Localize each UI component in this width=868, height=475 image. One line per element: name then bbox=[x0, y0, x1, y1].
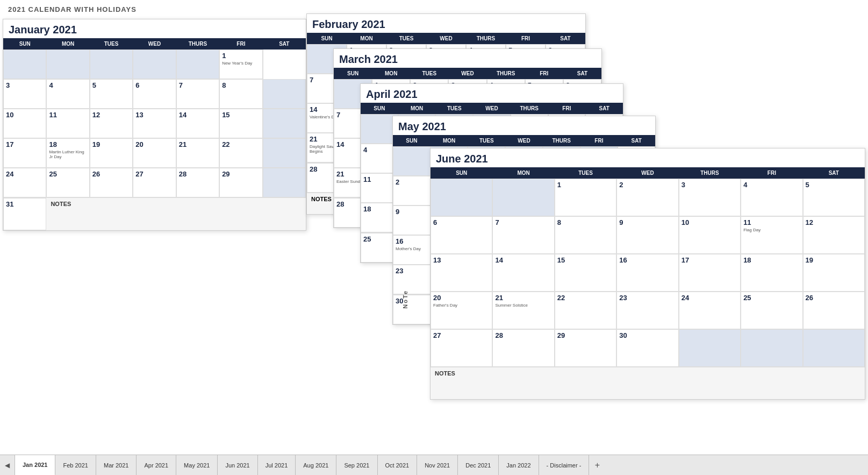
jan-cell-15: 15 bbox=[219, 109, 262, 138]
jan-cell-24: 24 bbox=[3, 168, 46, 197]
tab-may-2021[interactable]: May 2021 bbox=[176, 455, 218, 476]
tab-mar-2021[interactable]: Mar 2021 bbox=[96, 455, 137, 476]
jan-cell-sat3 bbox=[263, 109, 306, 138]
jan-cell-19: 19 bbox=[90, 138, 133, 168]
april-header: SUNMONTUESWEDTHURSFRISAT bbox=[361, 103, 623, 114]
tab-oct-2021[interactable]: Oct 2021 bbox=[378, 455, 418, 476]
jun-week4: 20Father's Day 21Summer Solstice 22 23 2… bbox=[431, 292, 865, 329]
jan-cell-empty1 bbox=[3, 49, 46, 79]
jan-cell-21: 21 bbox=[176, 138, 219, 168]
jan-cell-12: 12 bbox=[90, 109, 133, 138]
jan-h-mon: MON bbox=[46, 38, 89, 49]
page-title: 2021 CALENDAR WITH HOLIDAYS bbox=[8, 5, 137, 13]
jan-cell-sat1 bbox=[263, 49, 263, 79]
jan-cell-13: 13 bbox=[133, 109, 176, 138]
tab-bar: ◀ Jan 2021 Feb 2021 Mar 2021 Apr 2021 Ma… bbox=[0, 455, 868, 475]
tab-jun-2021[interactable]: Jun 2021 bbox=[218, 455, 257, 476]
jan-cell-sat5 bbox=[263, 168, 306, 197]
jan-week2: 3 4 5 6 7 8 bbox=[3, 79, 306, 109]
jan-h-sat: SAT bbox=[263, 38, 306, 49]
jan-cell-31: 31 bbox=[3, 198, 46, 230]
jan-h-thu: THURS bbox=[176, 38, 219, 49]
jan-cell-27: 27 bbox=[133, 168, 176, 197]
jan-cell-5: 5 bbox=[90, 79, 133, 109]
tab-sep-2021[interactable]: Sep 2021 bbox=[336, 455, 377, 476]
january-calendar: January 2021 SUN MON TUES WED THURS FRI … bbox=[3, 19, 306, 231]
jan-cell-empty4 bbox=[133, 49, 176, 79]
jan-cell-empty2 bbox=[46, 49, 89, 79]
tab-add-button[interactable]: + bbox=[589, 455, 605, 476]
jan-cell-empty5 bbox=[176, 49, 219, 79]
march-header: SUNMONTUESWEDTHURSFRISAT bbox=[334, 68, 601, 79]
tab-apr-2021[interactable]: Apr 2021 bbox=[137, 455, 176, 476]
jan-week6: 31 NOTES bbox=[3, 197, 306, 230]
jan-cell-29: 29 bbox=[219, 168, 262, 197]
jan-h-sun: SUN bbox=[3, 38, 46, 49]
jan-cell-28: 28 bbox=[176, 168, 219, 197]
jan-cell-14: 14 bbox=[176, 109, 219, 138]
tab-disclaimer[interactable]: - Disclaimer - bbox=[539, 455, 590, 476]
february-header: SUNMONTUESWEDTHURSFRISAT bbox=[307, 33, 585, 44]
tab-jul-2021[interactable]: Jul 2021 bbox=[258, 455, 296, 476]
june-header: SUNMONTUESWEDTHURSFRISAT bbox=[431, 167, 865, 179]
jan-h-tue: TUES bbox=[90, 38, 133, 49]
june-title: June 2021 bbox=[431, 148, 865, 167]
jan-cell-26: 26 bbox=[90, 168, 133, 197]
tab-scroll-left[interactable]: ◀ bbox=[0, 455, 15, 476]
june-notes: NOTES bbox=[431, 367, 865, 399]
jan-week1: 1 New Year's Day bbox=[3, 49, 306, 79]
jun-week3: 13 14 15 16 17 18 19 bbox=[431, 254, 865, 292]
notes-vertical-label: NoTe bbox=[402, 290, 408, 309]
tab-aug-2021[interactable]: Aug 2021 bbox=[296, 455, 336, 476]
january-header: SUN MON TUES WED THURS FRI SAT bbox=[3, 38, 306, 49]
jan-week3: 10 11 12 13 14 15 bbox=[3, 109, 306, 138]
april-title: April 2021 bbox=[361, 84, 623, 103]
jan-week4: 17 18Martin Luther King Jr Day 19 20 21 … bbox=[3, 138, 306, 168]
jan-cell-7: 7 bbox=[176, 79, 219, 109]
jan-h-wed: WED bbox=[133, 38, 176, 49]
jan-cell-3: 3 bbox=[3, 79, 46, 109]
june-calendar: June 2021 SUNMONTUESWEDTHURSFRISAT 1 2 3… bbox=[430, 148, 865, 400]
jan-week5: 24 25 26 27 28 29 bbox=[3, 168, 306, 197]
tab-dec-2021[interactable]: Dec 2021 bbox=[458, 455, 499, 476]
tab-jan-2021[interactable]: Jan 2021 bbox=[15, 455, 55, 476]
tab-jan-2022[interactable]: Jan 2022 bbox=[499, 455, 539, 476]
jan-cell-1: 1 New Year's Day bbox=[219, 49, 262, 79]
jan-cell-sat4 bbox=[263, 138, 306, 168]
jun-week2: 6 7 8 9 10 11Flag Day 12 bbox=[431, 216, 865, 254]
jan-cell-10: 10 bbox=[3, 109, 46, 138]
jun-week1: 1 2 3 4 5 bbox=[431, 179, 865, 216]
may-title: May 2021 bbox=[393, 116, 655, 135]
tab-nov-2021[interactable]: Nov 2021 bbox=[417, 455, 458, 476]
jan-h-fri: FRI bbox=[219, 38, 262, 49]
jan-cell-25: 25 bbox=[46, 168, 89, 197]
jan-cell-18: 18Martin Luther King Jr Day bbox=[46, 138, 89, 168]
jan-cell-17: 17 bbox=[3, 138, 46, 168]
jan-cell-empty3 bbox=[90, 49, 133, 79]
jan-cell-4: 4 bbox=[46, 79, 89, 109]
jan-cell-11: 11 bbox=[46, 109, 89, 138]
jun-week5: 27 28 29 30 bbox=[431, 329, 865, 367]
jan-cell-sat2 bbox=[263, 79, 306, 109]
march-title: March 2021 bbox=[334, 49, 601, 68]
tab-feb-2021[interactable]: Feb 2021 bbox=[55, 455, 96, 476]
january-title: January 2021 bbox=[3, 19, 306, 38]
jan-cell-8: 8 bbox=[219, 79, 262, 109]
jan-cell-6: 6 bbox=[133, 79, 176, 109]
may-header: SUNMONTUESWEDTHURSFRISAT bbox=[393, 135, 655, 146]
jan-cell-22: 22 bbox=[219, 138, 262, 168]
jan-notes: NOTES bbox=[46, 198, 306, 230]
jan-cell-20: 20 bbox=[133, 138, 176, 168]
february-title: February 2021 bbox=[307, 14, 585, 33]
main-area: 2021 CALENDAR WITH HOLIDAYS January 2021… bbox=[0, 0, 868, 455]
